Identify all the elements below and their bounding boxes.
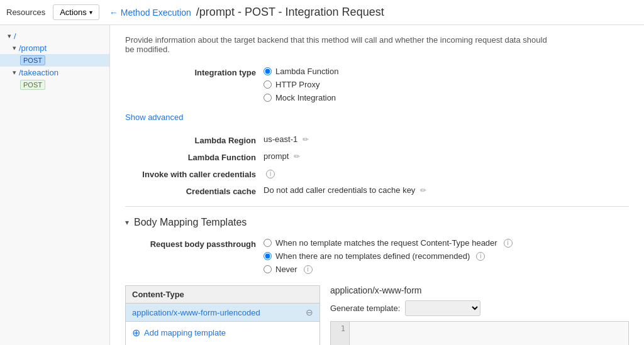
- add-mapping-icon: ⊕: [132, 327, 140, 339]
- add-mapping-link[interactable]: ⊕ Add mapping template: [126, 322, 319, 344]
- generate-label: Generate template:: [330, 304, 400, 313]
- sidebar-item-takeaction-post[interactable]: POST: [0, 79, 109, 91]
- sidebar-item-prompt-post[interactable]: POST: [0, 54, 109, 67]
- back-label: Method Execution: [121, 8, 191, 18]
- takeaction-toggle-icon: ▾: [13, 68, 16, 77]
- page-title: /prompt - POST - Integration Request: [196, 6, 384, 19]
- breadcrumb: ← Method Execution /prompt - POST - Inte…: [109, 6, 384, 19]
- passthrough-info-icon-3[interactable]: i: [304, 265, 313, 274]
- lambda-region-label: Lambda Region: [125, 134, 264, 145]
- lambda-function-value: prompt ✏: [264, 151, 629, 161]
- sidebar-item-takeaction[interactable]: ▾ /takeaction: [0, 67, 109, 79]
- lambda-region-text: us-east-1: [264, 134, 297, 144]
- sidebar-takeaction-label: /takeaction: [19, 68, 58, 77]
- prompt-post-badge: POST: [20, 55, 45, 65]
- prompt-toggle-icon: ▾: [13, 44, 16, 52]
- credentials-cache-value: Do not add caller credentials to cache k…: [264, 185, 629, 195]
- app-container: Resources Actions ▾ ← Method Execution /…: [0, 0, 644, 345]
- breadcrumb-back-link[interactable]: ← Method Execution: [109, 8, 191, 18]
- lambda-region-value: us-east-1 ✏: [264, 134, 629, 144]
- passthrough-radio-3[interactable]: [264, 265, 272, 273]
- body-mapping-header: ▾ Body Mapping Templates: [125, 217, 629, 228]
- generate-select[interactable]: [405, 300, 480, 316]
- radio-http-input[interactable]: [264, 80, 272, 89]
- resources-label: Resources: [6, 8, 45, 17]
- radio-mock-input[interactable]: [264, 94, 272, 102]
- actions-label: Actions: [60, 8, 87, 17]
- credentials-cache-edit-icon[interactable]: ✏: [420, 186, 426, 195]
- invoke-credentials-value: i: [264, 168, 629, 178]
- invoke-credentials-label: Invoke with caller credentials: [125, 168, 264, 179]
- generate-row: Generate template:: [330, 300, 629, 316]
- sidebar-item-root[interactable]: ▾ /: [0, 30, 109, 42]
- takeaction-post-badge: POST: [20, 80, 45, 90]
- passthrough-label-3: Never: [275, 265, 297, 274]
- passthrough-option-3: Never i: [264, 265, 629, 274]
- section-divider: [125, 206, 629, 207]
- sidebar-root-label: /: [14, 31, 16, 41]
- radio-lambda-input[interactable]: [264, 67, 272, 75]
- content-area: Provide information about the target bac…: [110, 25, 644, 345]
- sidebar-prompt-label: /prompt: [19, 43, 47, 53]
- radio-http-label: HTTP Proxy: [275, 80, 320, 89]
- back-arrow-icon: ←: [109, 8, 118, 18]
- invoke-credentials-row: Invoke with caller credentials i: [125, 168, 629, 179]
- invoke-credentials-info-icon[interactable]: i: [266, 170, 275, 178]
- passthrough-option-2: When there are no templates defined (rec…: [264, 251, 629, 261]
- body-mapping-title: Body Mapping Templates: [134, 217, 247, 228]
- lambda-function-text: prompt: [264, 151, 289, 161]
- passthrough-radio-2[interactable]: [264, 252, 272, 260]
- root-toggle-icon: ▾: [8, 32, 11, 40]
- content-type-item-text: application/x-www-form-urlencoded: [132, 308, 260, 317]
- integration-type-options: Lambda Function HTTP Proxy Mock Integrat…: [264, 67, 629, 106]
- credentials-cache-row: Credentials cache Do not add caller cred…: [125, 185, 629, 196]
- lambda-function-row: Lambda Function prompt ✏: [125, 151, 629, 162]
- actions-button[interactable]: Actions ▾: [53, 4, 99, 20]
- editor-title: application/x-www-form: [330, 285, 629, 295]
- radio-mock: Mock Integration: [264, 93, 629, 102]
- lambda-function-label: Lambda Function: [125, 151, 264, 162]
- content-type-panel: Content-Type application/x-www-form-urle…: [125, 285, 320, 345]
- sidebar: ▾ / ▾ /prompt POST ▾ /takeaction POST: [0, 25, 110, 345]
- add-mapping-label: Add mapping template: [144, 328, 226, 337]
- credentials-cache-label: Credentials cache: [125, 185, 264, 196]
- lambda-region-row: Lambda Region us-east-1 ✏: [125, 134, 629, 145]
- passthrough-info-icon-1[interactable]: i: [504, 239, 513, 248]
- passthrough-info-icon-2[interactable]: i: [476, 252, 485, 261]
- code-area[interactable]: [350, 322, 628, 345]
- radio-lambda-label: Lambda Function: [275, 67, 338, 76]
- passthrough-label: Request body passthrough: [125, 238, 264, 249]
- passthrough-option-1: When no template matches the request Con…: [264, 238, 629, 248]
- content-type-item[interactable]: application/x-www-form-urlencoded ⊖: [126, 304, 319, 322]
- passthrough-radio-1[interactable]: [264, 239, 272, 247]
- integration-type-label: Integration type: [125, 67, 264, 77]
- page-description: Provide information about the target bac…: [125, 35, 553, 54]
- passthrough-options: When no template matches the request Con…: [264, 238, 629, 278]
- radio-mock-label: Mock Integration: [275, 93, 336, 102]
- radio-lambda: Lambda Function: [264, 67, 629, 76]
- lambda-function-edit-icon[interactable]: ✏: [294, 152, 300, 161]
- dropdown-arrow-icon: ▾: [89, 9, 92, 16]
- show-advanced-link[interactable]: Show advanced: [125, 112, 184, 122]
- content-type-remove-icon[interactable]: ⊖: [306, 307, 313, 317]
- line-numbers: 1: [331, 322, 350, 345]
- content-type-area: Content-Type application/x-www-form-urle…: [125, 285, 629, 345]
- sidebar-item-prompt[interactable]: ▾ /prompt: [0, 42, 109, 54]
- credentials-cache-text: Do not add caller credentials to cache k…: [264, 185, 415, 195]
- editor-panel: application/x-www-form Generate template…: [330, 285, 629, 345]
- integration-type-row: Integration type Lambda Function HTTP Pr…: [125, 67, 629, 106]
- passthrough-label-1: When no template matches the request Con…: [275, 238, 497, 248]
- lambda-region-edit-icon[interactable]: ✏: [303, 135, 309, 144]
- code-editor: 1: [330, 321, 629, 345]
- line-number-1: 1: [335, 324, 345, 333]
- passthrough-row: Request body passthrough When no templat…: [125, 238, 629, 278]
- top-bar: Resources Actions ▾ ← Method Execution /…: [0, 0, 644, 25]
- radio-http: HTTP Proxy: [264, 80, 629, 89]
- content-type-header: Content-Type: [126, 286, 319, 304]
- body-mapping-toggle-icon[interactable]: ▾: [125, 218, 129, 227]
- passthrough-label-2: When there are no templates defined (rec…: [275, 251, 470, 261]
- main-area: ▾ / ▾ /prompt POST ▾ /takeaction POST: [0, 25, 644, 345]
